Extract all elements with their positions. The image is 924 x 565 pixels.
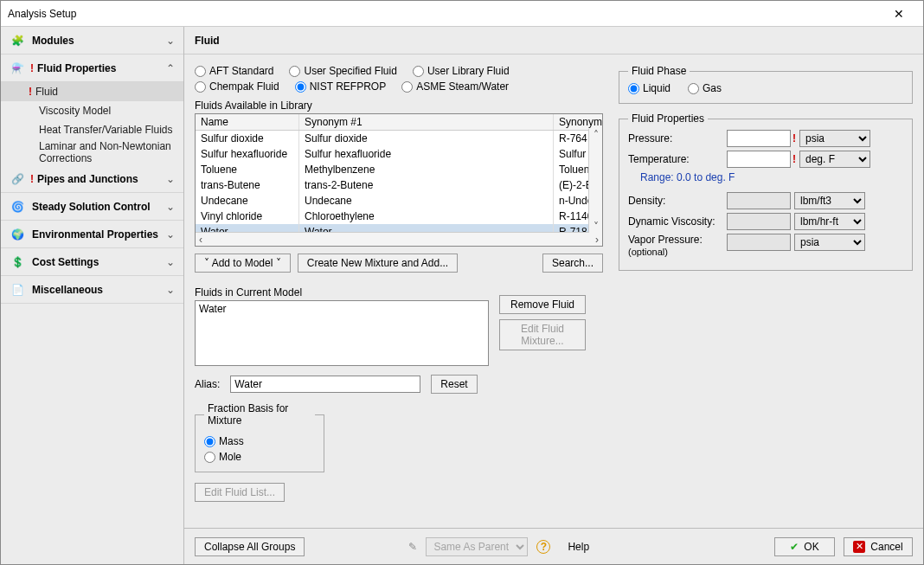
col-name[interactable]: Name xyxy=(196,114,299,130)
pressure-label: Pressure: xyxy=(628,132,723,144)
sidebar-item-label: Heat Transfer/Variable Fluids xyxy=(39,124,173,136)
table-row[interactable]: UndecaneUndecanen-Undec xyxy=(196,193,602,209)
alias-input[interactable] xyxy=(230,376,420,393)
group-label: Environmental Properties xyxy=(32,228,166,241)
group-pipes[interactable]: 🔗 ! Pipes and Junctions ⌄ xyxy=(1,165,183,193)
temperature-input[interactable] xyxy=(727,151,791,168)
library-label: Fluids Available in Library xyxy=(195,100,603,112)
fraction-legend: Fraction Basis for Mixture xyxy=(204,402,315,427)
close-icon[interactable]: ✕ xyxy=(882,2,916,26)
chevron-down-icon: ⌄ xyxy=(166,228,175,241)
library-list[interactable]: Name Synonym #1 Synonym Sulfur dioxideSu… xyxy=(195,113,603,247)
radio-label: Chempak Fluid xyxy=(209,80,279,93)
group-modules[interactable]: 🧩 Modules ⌄ xyxy=(1,27,183,55)
vapor-unit-select[interactable]: psia xyxy=(794,234,865,251)
cancel-icon: ✕ xyxy=(853,541,865,553)
sidebar-item-label: Fluid xyxy=(35,86,58,98)
sidebar-item-label: Viscosity Model xyxy=(39,105,111,117)
pressure-input[interactable] xyxy=(727,130,791,147)
create-mixture-button[interactable]: Create New Mixture and Add... xyxy=(298,254,458,273)
chevron-down-icon: ⌄ xyxy=(166,256,175,268)
table-row[interactable]: WaterWaterR-718 xyxy=(196,224,602,232)
table-row[interactable]: Sulfur hexafluorideSulfur hexafluorideSu… xyxy=(196,146,602,162)
current-item[interactable]: Water xyxy=(199,303,484,315)
viscosity-output xyxy=(727,213,791,230)
steady-icon: 🌀 xyxy=(10,199,25,215)
search-button[interactable]: Search... xyxy=(542,254,603,273)
ok-button[interactable]: ✔OK xyxy=(774,537,835,556)
current-label: Fluids in Current Model xyxy=(195,286,489,299)
collapse-all-button[interactable]: Collapse All Groups xyxy=(195,537,305,556)
sidebar-item-label: Laminar and Non-Newtonian Corrections xyxy=(39,140,176,165)
reset-alias-button[interactable]: Reset xyxy=(431,375,477,394)
radio-label: Mole xyxy=(219,451,241,463)
sidebar-item-laminar[interactable]: Laminar and Non-Newtonian Corrections xyxy=(1,139,183,165)
current-list[interactable]: Water xyxy=(195,300,489,366)
sidebar-item-heat[interactable]: Heat Transfer/Variable Fluids xyxy=(1,120,183,139)
pressure-unit-select[interactable]: psia xyxy=(799,130,870,147)
radio-gas[interactable]: Gas xyxy=(688,82,722,94)
viscosity-unit-select[interactable]: lbm/hr-ft xyxy=(794,213,865,230)
table-row[interactable]: trans-Butenetrans-2-Butene(E)-2-Bu xyxy=(196,177,602,193)
table-row[interactable]: TolueneMethylbenzeneToluene xyxy=(196,162,602,177)
table-row[interactable]: Sulfur dioxideSulfur dioxideR-764 xyxy=(196,131,602,146)
edit-mixture-button: Edit Fluid Mixture... xyxy=(499,319,586,350)
chevron-down-icon: ⌄ xyxy=(166,173,175,185)
radio-liquid[interactable]: Liquid xyxy=(628,82,671,94)
vscrollbar[interactable]: ˄˅ xyxy=(588,129,602,233)
edit-icon: ✎ xyxy=(408,541,417,553)
group-env[interactable]: 🌍 Environmental Properties ⌄ xyxy=(1,221,183,248)
group-misc[interactable]: 📄 Miscellaneous ⌄ xyxy=(1,276,183,304)
vapor-output xyxy=(727,234,791,251)
remove-fluid-button[interactable]: Remove Fluid xyxy=(499,295,586,314)
radio-mass[interactable]: Mass xyxy=(204,435,244,447)
radio-label: Gas xyxy=(703,82,722,94)
group-label: Modules xyxy=(32,35,166,47)
group-cost[interactable]: 💲 Cost Settings ⌄ xyxy=(1,248,183,276)
radio-aft-standard[interactable]: AFT Standard xyxy=(195,65,273,77)
modules-icon: 🧩 xyxy=(10,33,25,48)
chevron-down-icon: ⌄ xyxy=(166,201,175,213)
group-fluid-properties[interactable]: ⚗️ ! Fluid Properties ⌃ xyxy=(1,55,183,82)
radio-asme-steam[interactable]: ASME Steam/Water xyxy=(401,80,509,93)
sidebar-item-viscosity[interactable]: Viscosity Model xyxy=(1,101,183,120)
same-as-parent-select: Same As Parent xyxy=(426,537,528,556)
check-icon: ✔ xyxy=(790,541,799,553)
error-icon: ! xyxy=(792,132,796,144)
hscrollbar[interactable]: ‹› xyxy=(196,232,602,246)
table-row[interactable]: Vinyl chlorideChloroethyleneR-1140 xyxy=(196,209,602,224)
phase-legend: Fluid Phase xyxy=(628,65,690,77)
group-label: Steady Solution Control xyxy=(32,201,166,213)
radio-user-specified[interactable]: User Specified Fluid xyxy=(289,65,396,77)
group-steady[interactable]: 🌀 Steady Solution Control ⌄ xyxy=(1,193,183,221)
viscosity-label: Dynamic Viscosity: xyxy=(628,215,723,228)
temperature-label: Temperature: xyxy=(628,153,723,165)
density-output xyxy=(727,192,791,209)
chevron-down-icon: ⌄ xyxy=(166,35,175,47)
radio-user-library[interactable]: User Library Fluid xyxy=(413,65,510,77)
flask-icon: ⚗️ xyxy=(10,61,25,76)
radio-nist-refprop[interactable]: NIST REFPROP xyxy=(295,80,386,93)
add-to-model-button[interactable]: ˅ Add to Model ˅ xyxy=(195,254,291,273)
pipes-icon: 🔗 xyxy=(10,171,25,187)
group-label: Cost Settings xyxy=(32,256,166,268)
error-icon: ! xyxy=(792,153,796,165)
help-button[interactable]: Help xyxy=(559,538,598,555)
col-syn1[interactable]: Synonym #1 xyxy=(299,114,554,130)
col-syn2[interactable]: Synonym xyxy=(554,114,602,130)
radio-mole[interactable]: Mole xyxy=(204,451,241,463)
page-title: Fluid xyxy=(184,27,923,55)
group-label: Fluid Properties xyxy=(37,62,166,74)
radio-label: User Library Fluid xyxy=(427,65,510,77)
cancel-button[interactable]: ✕Cancel xyxy=(844,537,913,556)
globe-icon: 🌍 xyxy=(10,227,25,242)
radio-label: AFT Standard xyxy=(209,65,273,77)
radio-chempak[interactable]: Chempak Fluid xyxy=(195,80,279,93)
radio-label: NIST REFPROP xyxy=(310,80,386,93)
density-unit-select[interactable]: lbm/ft3 xyxy=(794,192,865,209)
temperature-unit-select[interactable]: deg. F xyxy=(799,151,870,168)
window-title: Analysis Setup xyxy=(8,8,882,20)
density-label: Density: xyxy=(628,195,723,207)
radio-label: Mass xyxy=(219,435,244,447)
sidebar-item-fluid[interactable]: ! Fluid xyxy=(1,82,183,101)
